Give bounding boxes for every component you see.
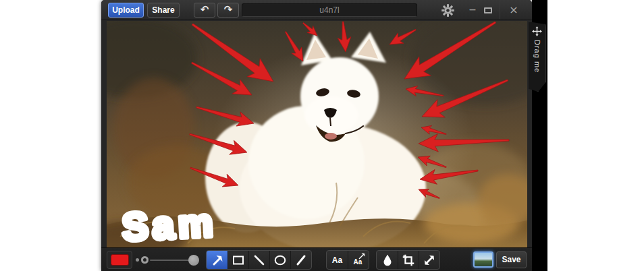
size-dot-medium xyxy=(141,256,149,264)
edit-tool-group xyxy=(376,250,440,270)
tools-toolbar: Aa Aa xyxy=(101,247,532,271)
drag-me-tab[interactable]: Drag me xyxy=(529,22,546,92)
screenshot-editor-window: Upload Share ↶ ↷ u4n7l xyxy=(101,0,532,271)
arrow-tool-button[interactable] xyxy=(207,251,227,269)
redo-button[interactable]: ↷ xyxy=(217,3,239,18)
crop-tool-button[interactable] xyxy=(398,251,419,269)
color-picker-button[interactable] xyxy=(107,251,132,269)
canvas-caption[interactable]: Sam xyxy=(121,200,218,247)
shape-tool-group xyxy=(206,250,312,270)
text-tool-glyph: Aa xyxy=(332,255,342,265)
close-button[interactable]: × xyxy=(506,0,521,20)
page: Upload Share ↶ ↷ u4n7l xyxy=(0,0,644,271)
save-button[interactable]: Save xyxy=(496,251,527,268)
maximize-icon xyxy=(484,7,492,13)
size-dot-small xyxy=(136,258,139,262)
small-arrow-icon xyxy=(358,253,365,260)
text-tool-group: Aa Aa xyxy=(326,250,369,270)
thickness-slider-track[interactable] xyxy=(150,260,193,261)
rectangle-icon xyxy=(231,253,246,268)
line-icon xyxy=(252,253,267,268)
thickness-slider-thumb[interactable] xyxy=(188,255,199,266)
droplet-icon xyxy=(380,253,395,268)
annotated-photo[interactable]: Sam xyxy=(107,21,527,247)
text-arrow-tool-button[interactable]: Aa xyxy=(348,251,369,269)
text-tool-button[interactable]: Aa xyxy=(327,251,348,269)
titlebar[interactable]: Upload Share ↶ ↷ u4n7l xyxy=(101,0,532,20)
share-button[interactable]: Share xyxy=(147,3,180,18)
ellipse-icon xyxy=(273,253,288,268)
pen-tool-button[interactable] xyxy=(290,251,311,269)
crop-icon xyxy=(401,253,416,268)
resize-diagonal-icon xyxy=(422,253,437,268)
current-color-swatch xyxy=(111,254,129,266)
arrow-icon xyxy=(210,253,225,268)
minimize-button[interactable]: − xyxy=(466,0,479,20)
line-tool-button[interactable] xyxy=(248,251,269,269)
drag-me-label: Drag me xyxy=(533,40,541,73)
ellipse-tool-button[interactable] xyxy=(269,251,290,269)
filename-field[interactable]: u4n7l xyxy=(242,3,417,17)
resize-tool-button[interactable] xyxy=(419,251,439,269)
undo-button[interactable]: ↶ xyxy=(194,3,215,18)
pen-icon xyxy=(294,253,308,268)
settings-button[interactable] xyxy=(441,4,454,17)
canvas-area[interactable]: Sam xyxy=(107,21,527,247)
titlebar-separator xyxy=(500,1,500,19)
move-icon xyxy=(532,26,542,36)
blur-tool-button[interactable] xyxy=(377,251,398,269)
upload-button[interactable]: Upload xyxy=(108,3,144,18)
rectangle-tool-button[interactable] xyxy=(227,251,248,269)
gear-icon xyxy=(441,4,454,17)
image-thumbnail[interactable] xyxy=(473,251,493,268)
